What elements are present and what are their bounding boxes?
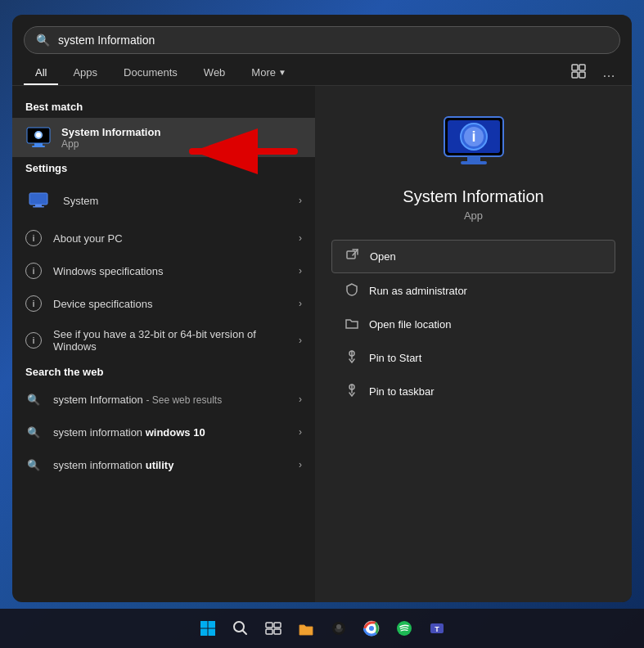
folder-icon [345,317,359,332]
settings-winspec-text: Windows specifications [53,265,287,277]
left-panel: Best match System Information App [12,86,315,602]
pin-to-start-button[interactable]: Pin to Start [331,342,615,374]
svg-rect-8 [34,143,43,146]
pin-to-taskbar-label: Pin to taskbar [369,385,435,398]
search-bar-icon: 🔍 [36,34,50,47]
web-item-2-chevron: › [299,426,302,438]
tab-all[interactable]: All [24,61,58,85]
app-icon-large: i [441,110,507,176]
settings-winspec-chevron: › [299,265,302,277]
svg-rect-33 [274,629,281,634]
multitasking-icon[interactable] [566,61,591,85]
taskbar-search-button[interactable] [226,614,255,643]
winspec-info-icon: i [25,263,42,279]
right-panel-app-name: System Information [403,187,543,206]
more-options-icon[interactable]: … [597,62,620,83]
best-match-item[interactable]: System Information App [12,118,315,157]
settings-system-text: System [63,195,287,207]
svg-rect-2 [572,72,578,78]
svg-rect-28 [208,629,215,637]
settings-devspec-chevron: › [299,298,302,309]
settings-label: Settings [12,157,315,179]
web-item-3-text: system information utility [53,459,287,471]
system-info-app-icon [25,124,52,151]
svg-rect-12 [33,206,44,208]
settings-system-chevron: › [299,195,302,206]
settings-item-devspec[interactable]: i Device specifications › [12,287,315,320]
best-match-subtitle: App [61,138,302,150]
chevron-down-icon: ▼ [278,68,286,77]
tabs-right-actions: … [566,61,620,85]
right-panel: i System Information App Open [315,86,632,602]
best-match-label: Best match [12,96,315,118]
settings-item-about[interactable]: i About your PC › [12,222,315,254]
web-item-2[interactable]: 🔍 system information windows 10 › [12,416,315,448]
svg-rect-30 [266,623,272,628]
taskbar: T [0,609,644,648]
tabs-bar: All Apps Documents Web More ▼ … [12,54,632,86]
open-button[interactable]: Open [331,240,615,273]
svg-text:T: T [435,625,439,633]
taskbar-spotify-button[interactable] [390,614,419,643]
settings-devspec-text: Device specifications [53,298,287,310]
open-icon [345,249,360,264]
taskbar-taskview-button[interactable] [259,614,288,643]
pin-to-start-label: Pin to Start [369,352,421,364]
settings-about-text: About your PC [53,232,287,245]
tab-more[interactable]: More ▼ [240,61,298,85]
svg-rect-10 [29,193,47,205]
taskbar-dell-button[interactable] [324,614,354,643]
web-item-1-text: system Information - See web results [53,394,287,406]
web-item-1[interactable]: 🔍 system Information - See web results › [12,383,315,416]
tab-apps[interactable]: Apps [61,61,109,85]
web-search-icon-2: 🔍 [25,424,42,440]
tab-documents[interactable]: Documents [112,61,189,85]
svg-rect-20 [461,161,487,164]
tab-web[interactable]: Web [192,61,237,85]
svg-rect-21 [347,251,355,259]
settings-item-winspec[interactable]: i Windows specifications › [12,254,315,287]
best-match-text: System Information App [61,126,302,150]
svg-rect-1 [579,65,585,70]
search-bar[interactable]: 🔍 [24,26,620,54]
web-item-3[interactable]: 🔍 system information utility › [12,448,315,481]
pin-taskbar-icon [345,384,359,399]
devspec-info-icon: i [25,295,42,312]
web-item-1-chevron: › [299,394,302,405]
web-item-3-chevron: › [299,459,302,470]
run-as-admin-label: Run as administrator [369,285,467,297]
svg-rect-25 [200,621,208,628]
content-area: Best match System Information App [12,86,632,602]
svg-rect-32 [266,629,272,634]
svg-text:i: i [471,128,475,145]
svg-rect-9 [32,146,45,147]
settings-item-system[interactable]: System › [12,179,315,222]
bitcheck-info-icon: i [25,332,42,349]
settings-bitcheck-chevron: › [299,335,302,346]
settings-item-bitcheck[interactable]: i See if you have a 32-bit or 64-bit ver… [12,320,315,361]
about-info-icon: i [25,230,42,246]
settings-bitcheck-text: See if you have a 32-bit or 64-bit versi… [53,328,287,353]
taskbar-windows-button[interactable] [193,614,223,643]
best-match-title: System Information [61,126,302,138]
taskbar-chrome-button[interactable] [357,614,386,643]
run-as-admin-button[interactable]: Run as administrator [331,275,615,307]
open-file-location-label: Open file location [369,318,451,331]
shield-icon [345,283,359,299]
web-search-icon-3: 🔍 [25,457,42,473]
svg-point-40 [397,621,412,636]
svg-rect-31 [274,623,281,628]
svg-point-7 [36,133,41,137]
svg-rect-11 [35,205,42,206]
search-input[interactable] [58,34,608,47]
taskbar-teams-button[interactable]: T [422,614,452,643]
svg-rect-0 [572,65,578,70]
taskbar-explorer-button[interactable] [291,614,321,643]
system-monitor-icon [25,187,52,214]
open-label: Open [370,250,396,263]
pin-to-taskbar-button[interactable]: Pin to taskbar [331,376,615,407]
svg-point-39 [369,626,374,631]
svg-rect-3 [579,72,585,78]
open-file-location-button[interactable]: Open file location [331,308,615,340]
web-search-icon-1: 🔍 [25,391,42,407]
